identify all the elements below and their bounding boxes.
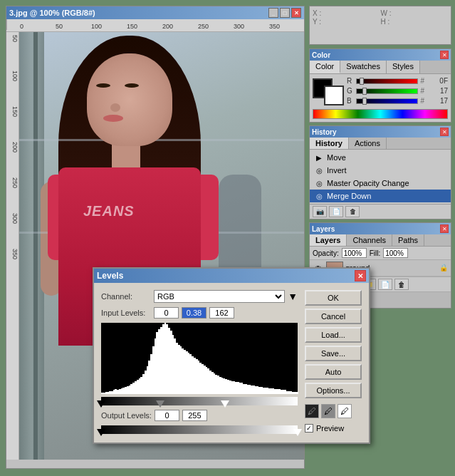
fill-label: Fill: xyxy=(370,249,381,257)
history-label-move: Move xyxy=(327,153,346,162)
history-new-snapshot[interactable]: 📷 xyxy=(313,206,327,217)
output-slider-track[interactable] xyxy=(101,425,298,434)
history-bottom-bar: 📷 📄 🗑 xyxy=(310,204,451,219)
layers-tabs: Layers Channels Paths xyxy=(310,234,451,247)
b-slider-track[interactable] xyxy=(356,98,418,104)
history-item-merge[interactable]: ◎ Merge Down xyxy=(310,190,451,202)
fg-bg-swatches[interactable] xyxy=(313,78,344,105)
layer-lock-icon: 🔒 xyxy=(439,264,448,272)
tab-actions[interactable]: Actions xyxy=(349,138,387,149)
tab-paths[interactable]: Paths xyxy=(392,234,424,246)
options-button[interactable]: Options... xyxy=(305,383,362,398)
input-max-field[interactable] xyxy=(209,307,234,319)
color-panel-titlebar: Color ✕ xyxy=(310,49,451,61)
history-label-merge: Merge Down xyxy=(327,192,371,200)
history-panel: History ✕ History Actions ▶ Move ◎ Inver… xyxy=(309,125,451,219)
midpoint-handle[interactable] xyxy=(156,400,164,408)
ruler-num-50: 50 xyxy=(56,23,91,30)
color-panel-title: Color xyxy=(312,51,330,59)
channel-select[interactable]: RGB xyxy=(154,290,285,303)
tab-swatches[interactable]: Swatches xyxy=(340,61,387,73)
delete-layer-button[interactable]: 🗑 xyxy=(394,279,409,290)
levels-titlebar: Levels ✕ xyxy=(94,269,369,283)
white-eyedropper[interactable]: 🖊 xyxy=(338,404,352,418)
ruler-num-250: 250 xyxy=(198,23,234,30)
history-panel-close[interactable]: ✕ xyxy=(440,128,449,136)
history-panel-title: History xyxy=(312,128,336,136)
levels-left-panel: Channel: RGB ▼ Input Levels: xyxy=(101,290,298,435)
layers-panel-title: Layers xyxy=(312,225,335,233)
ruler-num-200: 200 xyxy=(162,23,198,30)
levels-body: Channel: RGB ▼ Input Levels: xyxy=(94,283,369,443)
levels-close-button[interactable]: ✕ xyxy=(355,270,366,281)
gray-eyedropper[interactable]: 🖊 xyxy=(321,404,335,418)
black-eyedropper[interactable]: 🖊 xyxy=(305,404,319,418)
background-swatch[interactable] xyxy=(324,86,344,105)
g-slider-track[interactable] xyxy=(356,88,418,94)
b-label: B xyxy=(347,97,354,105)
color-panel: Color ✕ Color Swatches Styles R xyxy=(309,48,451,123)
history-item-invert[interactable]: ◎ Invert xyxy=(310,164,451,177)
cancel-button[interactable]: Cancel xyxy=(305,309,362,324)
ruler-numbers: 0 50 100 150 200 250 300 350 xyxy=(20,23,305,30)
history-item-opacity[interactable]: ◎ Master Opacity Change xyxy=(310,177,451,190)
history-label-invert: Invert xyxy=(327,166,347,175)
tab-history[interactable]: History xyxy=(310,138,349,149)
g-value: 17 xyxy=(427,87,448,95)
auto-button[interactable]: Auto xyxy=(305,364,362,380)
ok-button[interactable]: OK xyxy=(305,290,362,306)
output-black-handle[interactable] xyxy=(97,429,105,436)
layers-controls: Opacity: 100% Fill: 100% xyxy=(310,247,451,260)
opacity-input[interactable]: 100% xyxy=(342,248,367,258)
channel-row: Channel: RGB ▼ xyxy=(101,290,298,303)
image-title: 3.jpg @ 100% (RGB/8#) xyxy=(9,9,95,17)
preview-checkbox[interactable]: ✓ xyxy=(305,424,313,433)
ruler-num-100: 100 xyxy=(91,23,127,30)
output-max-field[interactable] xyxy=(182,410,207,421)
fill-input[interactable]: 100% xyxy=(383,248,408,258)
input-mid-field[interactable] xyxy=(182,307,206,319)
r-label: R xyxy=(347,77,354,85)
tab-layers[interactable]: Layers xyxy=(310,234,347,246)
history-delete[interactable]: 🗑 xyxy=(345,206,360,217)
close-button[interactable]: ✕ xyxy=(291,8,301,18)
input-min-field[interactable] xyxy=(154,307,179,319)
maximize-button[interactable]: □ xyxy=(280,8,290,18)
new-layer-button[interactable]: 📄 xyxy=(378,279,392,290)
layers-panel-close[interactable]: ✕ xyxy=(440,224,449,233)
output-levels-row: Output Levels: xyxy=(101,410,298,421)
ruler-num-0: 0 xyxy=(20,23,56,30)
image-titlebar: 3.jpg @ 100% (RGB/8#) _ □ ✕ xyxy=(6,6,304,19)
channel-dropdown-icon[interactable]: ▼ xyxy=(288,291,298,302)
tab-styles[interactable]: Styles xyxy=(387,61,420,73)
tab-channels[interactable]: Channels xyxy=(347,234,392,246)
input-levels-row: Input Levels: xyxy=(101,307,298,319)
output-white-handle[interactable] xyxy=(293,429,302,436)
r-slider-track[interactable] xyxy=(356,78,418,84)
b-slider-row: B # 17 xyxy=(347,97,448,105)
output-min-field[interactable] xyxy=(155,410,179,421)
load-button[interactable]: Load... xyxy=(305,327,362,343)
layers-titlebar: Layers ✕ xyxy=(310,223,451,234)
histogram xyxy=(101,323,298,394)
opacity-icon: ◎ xyxy=(314,178,324,188)
ruler-num-350: 350 xyxy=(269,23,305,30)
move-icon: ▶ xyxy=(314,152,324,162)
white-point-handle[interactable] xyxy=(221,400,229,408)
color-spectrum[interactable] xyxy=(313,109,448,119)
color-panel-close[interactable]: ✕ xyxy=(440,51,449,59)
history-new-doc[interactable]: 📄 xyxy=(329,206,343,217)
tab-color[interactable]: Color xyxy=(310,61,340,73)
preview-row: ✓ Preview xyxy=(305,424,362,433)
ruler-num-150: 150 xyxy=(127,23,162,30)
eyedropper-row: 🖊 🖊 🖊 xyxy=(305,404,362,418)
shirt-text: JEANS xyxy=(83,203,135,219)
minimize-button[interactable]: _ xyxy=(268,8,278,18)
black-point-handle[interactable] xyxy=(97,400,105,408)
history-item-move[interactable]: ▶ Move xyxy=(310,151,451,164)
save-button[interactable]: Save... xyxy=(305,346,362,361)
b-value: 17 xyxy=(427,97,448,105)
input-slider-track[interactable] xyxy=(101,397,298,405)
merge-icon: ◎ xyxy=(314,191,324,201)
r-hash: # xyxy=(420,77,424,85)
